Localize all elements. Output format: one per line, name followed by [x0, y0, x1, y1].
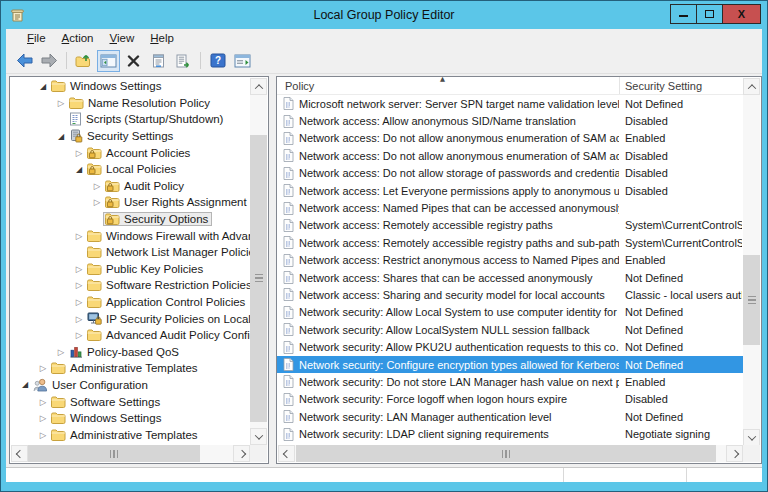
column-header-policy[interactable]: Policy ▲ — [277, 77, 620, 94]
tree-item-audit-policy[interactable]: ▷Audit Policy — [11, 178, 250, 195]
tree-node[interactable]: Security Settings — [67, 128, 177, 144]
expander-collapsed-icon[interactable]: ▷ — [55, 347, 67, 357]
expander-collapsed-icon[interactable]: ▷ — [73, 314, 85, 324]
tree-item-windows-firewall-with-advanc[interactable]: ▷Windows Firewall with Advanc — [11, 227, 250, 244]
expander-collapsed-icon[interactable]: ▷ — [91, 197, 103, 207]
tree-node[interactable]: User Configuration — [31, 377, 152, 393]
forward-button[interactable] — [38, 50, 61, 72]
tree-node[interactable]: Software Restriction Policies — [85, 278, 250, 292]
policy-row[interactable]: Network access: Remotely accessible regi… — [277, 217, 744, 234]
menu-file[interactable]: File — [19, 31, 54, 46]
tree-item-local-policies[interactable]: ◢Local Policies — [11, 161, 250, 178]
tree-node[interactable]: Advanced Audit Policy Config — [85, 328, 250, 342]
tree-item-user-rights-assignment[interactable]: ▷User Rights Assignment — [11, 194, 250, 211]
list-scroll-right-button[interactable] — [726, 445, 743, 462]
expander-collapsed-icon[interactable]: ▷ — [73, 231, 85, 241]
tree-node[interactable]: User Rights Assignment — [103, 195, 250, 209]
expander-collapsed-icon[interactable]: ▷ — [37, 413, 49, 423]
tree-item-ip-security-policies-on-local-co[interactable]: ▷IP Security Policies on Local Co — [11, 310, 250, 327]
tree-item-application-control-policies[interactable]: ▷Application Control Policies — [11, 294, 250, 311]
policy-row[interactable]: Network security: Allow LocalSystem NULL… — [277, 321, 744, 338]
expander-collapsed-icon[interactable]: ▷ — [73, 297, 85, 307]
expander-collapsed-icon[interactable]: ▷ — [91, 181, 103, 191]
expander-expanded-icon[interactable]: ◢ — [19, 380, 31, 389]
policy-row[interactable]: Network access: Restrict anonymous acces… — [277, 252, 744, 269]
policy-row[interactable]: Network access: Let Everyone permissions… — [277, 182, 744, 199]
list-hscroll-thumb[interactable] — [296, 445, 716, 462]
tree-item-account-policies[interactable]: ▷Account Policies — [11, 144, 250, 161]
tree-scroll-up-button[interactable] — [250, 78, 267, 95]
tree-item-public-key-policies[interactable]: ▷Public Key Policies — [11, 261, 250, 278]
policy-row[interactable]: Network access: Remotely accessible regi… — [277, 234, 744, 251]
expander-collapsed-icon[interactable]: ▷ — [73, 330, 85, 340]
tree-item-administrative-templates[interactable]: ▷Administrative Templates — [11, 426, 250, 443]
policy-row[interactable]: Network security: LAN Manager authentica… — [277, 408, 744, 425]
tree-node[interactable]: Application Control Policies — [85, 295, 249, 309]
maximize-button[interactable] — [696, 4, 723, 24]
policy-row[interactable]: Network access: Sharing and security mod… — [277, 286, 744, 303]
tree-node[interactable]: IP Security Policies on Local Co — [85, 311, 250, 326]
list-vscroll-thumb[interactable] — [743, 255, 760, 345]
tree-item-windows-settings[interactable]: ◢Windows Settings — [11, 78, 250, 95]
policy-row[interactable]: Network access: Do not allow storage of … — [277, 165, 744, 182]
expander-collapsed-icon[interactable]: ▷ — [37, 363, 49, 373]
tree-horizontal-scrollbar[interactable] — [11, 445, 250, 462]
policy-row[interactable]: Microsoft network server: Server SPN tar… — [277, 95, 744, 112]
tree-item-administrative-templates[interactable]: ▷Administrative Templates — [11, 360, 250, 377]
tree-node[interactable]: Public Key Policies — [85, 262, 207, 276]
policy-row[interactable]: Network security: Allow PKU2U authentica… — [277, 338, 744, 355]
tree-item-security-options[interactable]: Security Options — [11, 211, 250, 228]
tree-node[interactable]: Local Policies — [85, 162, 180, 176]
policy-row[interactable]: Network security: Allow Local System to … — [277, 304, 744, 321]
tree-node[interactable]: Software Settings — [49, 395, 164, 409]
policy-row[interactable]: Network access: Allow anonymous SID/Name… — [277, 112, 744, 129]
tree-scroll-left-button[interactable] — [11, 445, 28, 462]
menu-help[interactable]: Help — [142, 31, 182, 46]
list-scroll-up-button[interactable] — [743, 78, 760, 95]
show-action-pane-button[interactable] — [231, 50, 254, 72]
expander-collapsed-icon[interactable]: ▷ — [73, 264, 85, 274]
close-button[interactable]: X — [722, 4, 761, 24]
tree-item-security-settings[interactable]: ◢Security Settings — [11, 128, 250, 145]
tree-item-name-resolution-policy[interactable]: ▷Name Resolution Policy — [11, 95, 250, 112]
list-horizontal-scrollbar[interactable] — [278, 445, 743, 462]
tree-scroll-right-button[interactable] — [233, 445, 250, 462]
tree-item-scripts-startup-shutdown[interactable]: Scripts (Startup/Shutdown) — [11, 111, 250, 128]
expander-expanded-icon[interactable]: ◢ — [55, 132, 67, 141]
tree-node[interactable]: Security Options — [103, 212, 212, 226]
minimize-button[interactable] — [670, 4, 697, 24]
tree-vscroll-thumb[interactable] — [250, 135, 267, 422]
tree-item-user-configuration[interactable]: ◢User Configuration — [11, 377, 250, 394]
tree-node[interactable]: Windows Firewall with Advanc — [85, 229, 250, 243]
tree-node[interactable]: Policy-based QoS — [67, 344, 183, 359]
expander-collapsed-icon[interactable]: ▷ — [37, 430, 49, 440]
policy-row[interactable]: Network security: Configure encryption t… — [277, 356, 744, 373]
export-list-button[interactable] — [172, 50, 195, 72]
tree-item-software-settings[interactable]: ▷Software Settings — [11, 393, 250, 410]
list-scroll-down-button[interactable] — [743, 429, 760, 446]
tree-item-software-restriction-policies[interactable]: ▷Software Restriction Policies — [11, 277, 250, 294]
tree-node[interactable]: Administrative Templates — [49, 428, 202, 442]
expander-expanded-icon[interactable]: ◢ — [37, 82, 49, 91]
back-button[interactable] — [13, 50, 36, 72]
policy-row[interactable]: Network access: Named Pipes that can be … — [277, 199, 744, 216]
tree-vertical-scrollbar[interactable] — [250, 78, 267, 445]
policy-row[interactable]: Network access: Shares that can be acces… — [277, 269, 744, 286]
tree-node[interactable]: Windows Settings — [49, 79, 165, 93]
expander-collapsed-icon[interactable]: ▷ — [73, 280, 85, 290]
policy-row[interactable]: Network access: Do not allow anonymous e… — [277, 147, 744, 164]
policy-row[interactable]: Network access: Do not allow anonymous e… — [277, 130, 744, 147]
expander-collapsed-icon[interactable]: ▷ — [73, 148, 85, 158]
help-button[interactable]: ? — [206, 50, 229, 72]
tree-node[interactable]: Name Resolution Policy — [67, 96, 214, 110]
expander-collapsed-icon[interactable]: ▷ — [37, 397, 49, 407]
expander-collapsed-icon[interactable]: ▷ — [55, 98, 67, 108]
tree-node[interactable]: Windows Settings — [49, 411, 165, 425]
list-vertical-scrollbar[interactable] — [743, 78, 760, 446]
list-scroll-left-button[interactable] — [278, 445, 295, 462]
expander-expanded-icon[interactable]: ◢ — [73, 165, 85, 174]
tree-item-advanced-audit-policy-config[interactable]: ▷Advanced Audit Policy Config — [11, 327, 250, 344]
policy-row[interactable]: Network security: LDAP client signing re… — [277, 425, 744, 442]
delete-button[interactable] — [122, 50, 145, 72]
tree-node[interactable]: Scripts (Startup/Shutdown) — [67, 111, 227, 127]
